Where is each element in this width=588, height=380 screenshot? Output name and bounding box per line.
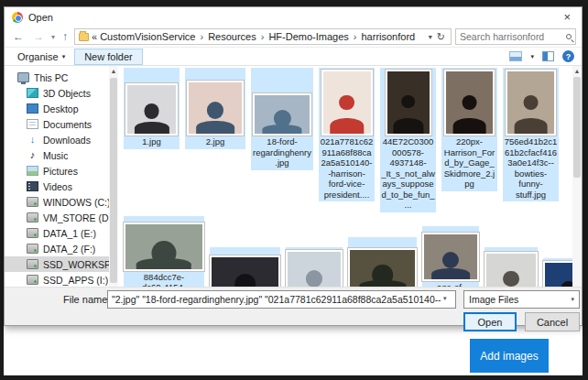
new-folder-button[interactable]: New folder — [74, 49, 143, 65]
file-item[interactable]: 1.jpg — [124, 68, 180, 149]
sidebar-item[interactable]: This PC — [5, 70, 109, 85]
drive-icon — [27, 212, 38, 223]
file-grid-row: 884dcc7e-dc60-4154-b868-5215fb98ef32-206… — [124, 216, 572, 296]
drive-icon — [27, 275, 38, 285]
sidebar-item[interactable]: WINDOWS (C:) — [5, 194, 109, 210]
sidebar-item-label: Music — [43, 150, 68, 161]
file-type-select[interactable]: Image Files ▾ — [463, 290, 580, 309]
sidebar-item-label: Downloads — [43, 135, 91, 146]
search-icon — [566, 34, 572, 39]
file-thumbnail — [444, 70, 495, 136]
file-item[interactable]: 021a7781c62911a68f88ca2a5a510140--harris… — [319, 68, 375, 201]
search-input[interactable] — [460, 31, 566, 42]
file-thumbnail — [506, 70, 556, 136]
back-icon[interactable]: ← — [10, 30, 27, 43]
sidebar-item[interactable]: SSD_WORKSPAC — [5, 256, 109, 272]
scroll-up-icon[interactable]: ▲ — [109, 66, 118, 77]
sidebar-item-label: This PC — [34, 72, 68, 83]
breadcrumb-item[interactable]: HF-Demo-Images — [268, 31, 348, 42]
sidebar-item[interactable]: Downloads — [5, 132, 109, 147]
change-view-icon[interactable] — [509, 51, 522, 61]
sidebar-item[interactable]: SSD_APPS (I:) — [5, 272, 109, 288]
file-grid-row: 1.jpg 2.jpg 18-ford-regardinghenry.jpg 0… — [124, 68, 572, 212]
chrome-icon — [12, 12, 23, 23]
breadcrumb-overflow[interactable]: « — [92, 31, 97, 42]
file-name-caption: 756ed41b2c161b2cfacf4163a0e14f3c--bowtie… — [503, 136, 559, 201]
breadcrumb-item[interactable]: Resources — [208, 31, 256, 42]
sidebar-item[interactable]: Videos — [5, 179, 109, 194]
sidebar-item-label: 3D Objects — [43, 88, 91, 99]
person-silhouette — [262, 110, 301, 134]
breadcrumb-separator[interactable]: › — [261, 31, 265, 42]
sidebar-item-label: DATA_2 (F:) — [43, 244, 95, 255]
cube-icon — [27, 88, 38, 98]
file-item[interactable]: 220px-Harrison_Ford_by_Gage_Skidmore_2.j… — [441, 68, 497, 191]
breadcrumb-item[interactable]: harrisonford — [361, 31, 415, 42]
address-dropdown-icon[interactable]: ▾ — [429, 33, 432, 41]
file-thumbnail — [386, 70, 431, 136]
desktop-icon — [27, 103, 38, 114]
file-name-input[interactable] — [107, 290, 456, 309]
file-item[interactable]: 18-ford-regardinghenry.jpg — [251, 68, 313, 170]
open-button[interactable]: Open — [463, 312, 517, 331]
sidebar-scrollbar[interactable]: ▲ ▼ — [109, 66, 118, 295]
file-name-caption: 220px-Harrison_Ford_by_Gage_Skidmore_2.j… — [441, 136, 497, 191]
organise-button[interactable]: Organise ▾ — [12, 49, 71, 64]
sidebar-item-label: Pictures — [43, 166, 78, 177]
scroll-up-icon[interactable]: ▲ — [572, 66, 582, 77]
breadcrumb-item[interactable]: CustomVisionService — [100, 31, 195, 42]
sidebar-item-label: Desktop — [43, 103, 79, 114]
file-thumbnail — [187, 81, 244, 136]
preview-pane-icon[interactable] — [542, 51, 554, 61]
sidebar-item-label: VM_STORE (D:) — [43, 212, 109, 223]
file-item[interactable]: 884dcc7e-dc60-4154-b868-5215fb98ef32-206… — [124, 216, 204, 296]
chevron-down-icon: ▾ — [571, 296, 574, 303]
person-silhouette — [134, 103, 169, 134]
sidebar-item[interactable]: DATA_1 (E:) — [5, 225, 109, 241]
scrollbar-thumb[interactable] — [110, 78, 117, 283]
add-images-button[interactable]: Add images — [470, 339, 549, 373]
sidebar-item[interactable]: VM_STORE (D:) — [5, 210, 109, 225]
files-scrollbar[interactable]: ▲ ▼ — [572, 66, 582, 295]
dialog-content: This PC 3D Objects Desktop Documents Dow… — [5, 66, 582, 295]
scrollbar-thumb[interactable] — [573, 77, 581, 178]
sidebar-item[interactable]: Desktop — [5, 101, 109, 116]
breadcrumb-items: CustomVisionService›Resources›HF-Demo-Im… — [100, 31, 426, 42]
forward-icon[interactable]: → — [30, 30, 47, 43]
sidebar-item-label: SSD_APPS (I:) — [43, 275, 108, 286]
breadcrumb-separator[interactable]: › — [200, 31, 203, 42]
breadcrumb-separator[interactable]: › — [354, 31, 357, 42]
chevron-down-icon: ▾ — [62, 53, 66, 60]
file-type-value: Image Files — [469, 294, 518, 305]
address-bar[interactable]: « CustomVisionService›Resources›HF-Demo-… — [74, 28, 452, 45]
file-item[interactable]: 44E72C0300000578-4937148-_It_s_not_alway… — [380, 68, 436, 212]
sidebar-item[interactable]: Music — [5, 147, 109, 163]
file-item[interactable]: 756ed41b2c161b2cfacf4163a0e14f3c--bowtie… — [503, 68, 559, 201]
sidebar-item[interactable]: Pictures — [5, 163, 109, 179]
cancel-button[interactable]: Cancel — [525, 312, 580, 331]
sidebar-item[interactable]: Documents — [5, 116, 109, 132]
person-silhouette — [136, 241, 191, 268]
person-silhouette — [196, 102, 234, 134]
open-dialog: Open × ← → ▾ ↑ « CustomVisionService›Res… — [4, 6, 583, 326]
close-icon[interactable]: × — [558, 10, 576, 24]
up-icon[interactable]: ↑ — [60, 30, 71, 43]
file-name-caption: 021a7781c62911a68f88ca2a5a510140--harris… — [319, 136, 375, 201]
help-icon[interactable]: ? — [562, 50, 574, 62]
view-dropdown-icon[interactable]: ▾ — [530, 53, 534, 60]
person-silhouette — [330, 95, 364, 134]
sidebar-item[interactable]: 3D Objects — [5, 85, 109, 101]
person-silhouette — [431, 252, 470, 279]
title-bar: Open × — [5, 7, 582, 27]
screen: Add images Open × ← → ▾ ↑ « CustomVision… — [0, 0, 588, 380]
recent-locations-icon[interactable]: ▾ — [50, 33, 56, 41]
view-controls: ▾ ? — [509, 50, 574, 62]
refresh-icon[interactable]: ↻ — [435, 31, 447, 43]
file-thumbnail — [124, 223, 204, 271]
navigation-bar: ← → ▾ ↑ « CustomVisionService›Resources›… — [5, 27, 582, 48]
file-item[interactable]: age-of-adaline-harrison-ford-jacket-650x… — [422, 226, 479, 295]
document-icon — [27, 119, 38, 129]
file-item[interactable]: 2.jpg — [185, 68, 245, 149]
file-thumbnail — [348, 248, 417, 292]
sidebar-item[interactable]: DATA_2 (F:) — [5, 241, 109, 256]
